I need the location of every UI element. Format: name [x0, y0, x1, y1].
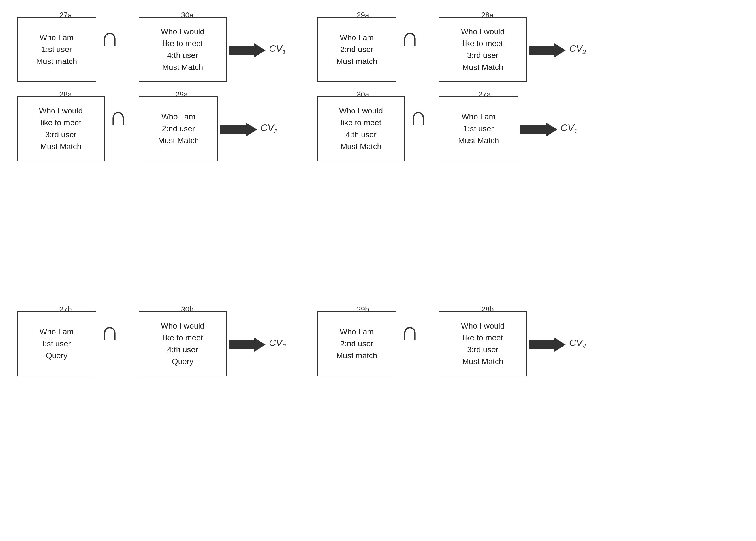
box-29b: Who I am2:nd userMust match	[317, 311, 396, 376]
ref-27a-row1: 27a	[59, 11, 72, 20]
cv1-sub: 1	[282, 48, 286, 55]
box-30b: Who I wouldlike to meet4:th userQuery	[139, 311, 227, 376]
box-30a-row1: Who I wouldlike to meet4:th userMust Mat…	[139, 17, 227, 82]
box-30a-row2: Who I wouldlike to meet4:th userMust Mat…	[317, 96, 405, 161]
box-29b-text: Who I am2:nd userMust match	[336, 326, 377, 361]
box-28a-row1: Who I wouldlike to meet3:rd userMust Mat…	[439, 17, 527, 82]
box-30a-row1-text: Who I wouldlike to meet4:th userMust Mat…	[161, 26, 204, 73]
arrow-cv2-row2	[220, 121, 257, 139]
intersect-4: ∩	[409, 103, 428, 129]
ref-29a-row2: 29a	[176, 90, 188, 99]
cv4-label: CV4	[569, 337, 586, 350]
ref-30b: 30b	[181, 305, 193, 314]
intersect-6: ∩	[401, 318, 419, 344]
cv1-row2-sub: 1	[574, 128, 577, 135]
ref-30a-row2: 30a	[357, 90, 369, 99]
cv2-row2-label: CV2	[260, 122, 277, 135]
box-28b: Who I wouldlike to meet3:rd userMust Mat…	[439, 311, 527, 376]
box-27a-row1: Who I am1:st userMust match	[17, 17, 96, 82]
ref-29b: 29b	[357, 305, 369, 314]
ref-27a-row2: 27a	[479, 90, 491, 99]
cv2-row1-sub: 2	[582, 48, 586, 55]
ref-28b: 28b	[481, 305, 494, 314]
svg-marker-2	[220, 123, 257, 137]
box-28a-row2-text: Who I wouldlike to meet3:rd userMust Mat…	[39, 105, 83, 153]
cv3-sub: 3	[282, 343, 286, 350]
intersect-2: ∩	[401, 24, 419, 50]
ref-27b: 27b	[59, 305, 72, 314]
box-27b: Who I amI:st userQuery	[17, 311, 96, 376]
box-29a-row1: Who I am2:nd userMust match	[317, 17, 396, 82]
cv2-row1-label: CV2	[569, 43, 586, 56]
box-27a-row2-text: Who I am1:st userMust Match	[458, 111, 499, 147]
box-30b-text: Who I wouldlike to meet4:th userQuery	[161, 320, 204, 367]
svg-marker-5	[529, 337, 566, 352]
arrow-cv2-row1	[529, 42, 566, 60]
ref-30a-row1: 30a	[181, 11, 193, 20]
arrow-cv1	[229, 42, 266, 60]
box-28a-row1-text: Who I wouldlike to meet3:rd userMust Mat…	[461, 26, 505, 73]
cv2-row2-sub: 2	[274, 128, 277, 135]
ref-28a-row2: 28a	[59, 90, 72, 99]
svg-marker-1	[529, 43, 566, 57]
box-28b-text: Who I wouldlike to meet3:rd userMust Mat…	[461, 320, 505, 367]
box-29a-row2-text: Who I am2:nd userMust Match	[158, 111, 199, 147]
intersect-3: ∩	[109, 103, 127, 129]
cv3-label: CV3	[269, 337, 286, 350]
cv1-row2-label: CV1	[561, 122, 577, 135]
box-29a-row2: Who I am2:nd userMust Match	[139, 96, 218, 161]
box-27a-row1-text: Who I am1:st userMust match	[36, 32, 77, 67]
arrow-cv1-row2	[520, 121, 557, 139]
arrow-cv4	[529, 336, 566, 354]
box-29a-row1-text: Who I am2:nd userMust match	[336, 32, 377, 67]
ref-28a-row1: 28a	[481, 11, 494, 20]
svg-marker-3	[520, 123, 557, 137]
cv1-label: CV1	[269, 43, 286, 56]
box-28a-row2: Who I wouldlike to meet3:rd userMust Mat…	[17, 96, 105, 161]
ref-29a-row1: 29a	[357, 11, 369, 20]
svg-marker-4	[229, 337, 266, 352]
box-27b-text: Who I amI:st userQuery	[40, 326, 74, 361]
box-30a-row2-text: Who I wouldlike to meet4:th userMust Mat…	[339, 105, 383, 153]
intersect-5: ∩	[101, 318, 119, 344]
arrow-cv3	[229, 336, 266, 354]
svg-marker-0	[229, 43, 266, 57]
cv4-sub: 4	[582, 343, 586, 350]
box-27a-row2: Who I am1:st userMust Match	[439, 96, 518, 161]
intersect-1: ∩	[101, 24, 119, 50]
